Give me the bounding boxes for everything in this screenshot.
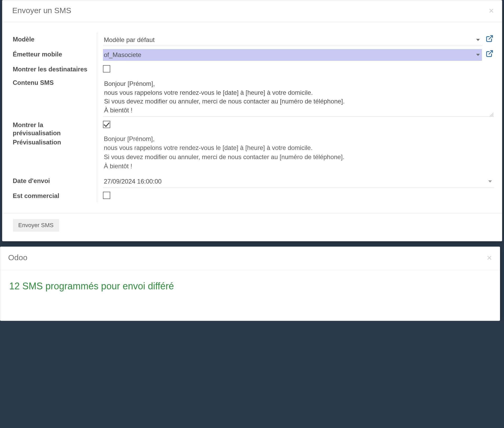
send-date-label: Date d'envoi bbox=[13, 177, 50, 184]
show-recipients-label: Montrer les destinataires bbox=[13, 66, 87, 73]
model-select[interactable]: Modèle par défaut bbox=[103, 34, 482, 46]
svg-line-1 bbox=[489, 51, 492, 54]
model-select-value: Modèle par défaut bbox=[104, 36, 155, 43]
chevron-down-icon bbox=[488, 180, 492, 182]
content-textarea[interactable]: Bonjour [Prénom], nous vous rappelons vo… bbox=[103, 77, 494, 116]
is-commercial-label: Est commercial bbox=[13, 192, 59, 199]
preview-text: Bonjour [Prénom], nous vous rappelons vo… bbox=[103, 133, 494, 173]
confirmation-dialog: Odoo × 12 SMS programmés pour envoi diff… bbox=[0, 247, 500, 321]
external-link-icon[interactable] bbox=[485, 34, 494, 43]
send-date-input[interactable]: 27/09/2024 16:00:00 bbox=[103, 176, 494, 187]
confirmation-message: 12 SMS programmés pour envoi différé bbox=[9, 281, 492, 292]
sender-select-value: of_Masociete bbox=[104, 51, 141, 58]
external-link-icon[interactable] bbox=[485, 49, 494, 58]
sender-select[interactable]: of_Masociete bbox=[103, 49, 482, 61]
send-date-value: 27/09/2024 16:00:00 bbox=[104, 178, 162, 185]
chevron-down-icon bbox=[476, 39, 480, 41]
send-sms-dialog: Envoyer un SMS × Modèle Modèle par défau… bbox=[2, 0, 502, 241]
chevron-down-icon bbox=[476, 54, 480, 56]
send-sms-button[interactable]: Envoyer SMS bbox=[13, 219, 59, 232]
content-label: Contenu SMS bbox=[13, 79, 54, 86]
model-label: Modèle bbox=[13, 36, 35, 43]
confirmation-title: Odoo bbox=[8, 253, 27, 262]
sender-label: Émetteur mobile bbox=[13, 51, 62, 58]
dialog-footer: Envoyer SMS bbox=[2, 213, 502, 241]
show-preview-label: Montrer la prévisualisation bbox=[13, 121, 92, 137]
close-icon[interactable]: × bbox=[489, 6, 494, 15]
preview-label: Prévisualisation bbox=[13, 138, 92, 146]
close-icon[interactable]: × bbox=[487, 253, 492, 262]
show-recipients-checkbox[interactable] bbox=[103, 65, 110, 72]
dialog-header: Envoyer un SMS × bbox=[2, 0, 502, 22]
dialog-title: Envoyer un SMS bbox=[12, 6, 71, 15]
dialog-body: Modèle Modèle par défaut bbox=[2, 22, 502, 213]
show-preview-checkbox[interactable] bbox=[103, 121, 110, 128]
confirmation-body: 12 SMS programmés pour envoi différé bbox=[0, 270, 500, 294]
sms-form: Modèle Modèle par défaut bbox=[13, 33, 494, 202]
svg-line-0 bbox=[489, 36, 492, 39]
is-commercial-checkbox[interactable] bbox=[103, 192, 110, 199]
confirmation-header: Odoo × bbox=[0, 247, 500, 270]
